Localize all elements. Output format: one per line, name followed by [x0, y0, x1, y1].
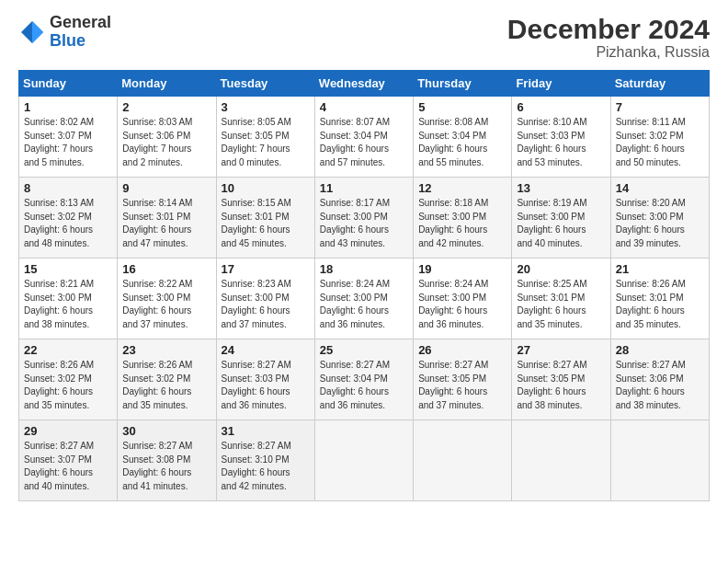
day-info: Sunrise: 8:03 AM Sunset: 3:06 PM Dayligh… [122, 116, 210, 169]
day-number: 20 [517, 262, 605, 276]
calendar-subtitle: Pizhanka, Russia [507, 44, 710, 61]
calendar-body: 1Sunrise: 8:02 AM Sunset: 3:07 PM Daylig… [19, 97, 710, 501]
day-info: Sunrise: 8:21 AM Sunset: 3:00 PM Dayligh… [24, 278, 112, 331]
day-info: Sunrise: 8:27 AM Sunset: 3:04 PM Dayligh… [320, 359, 408, 412]
day-cell: 23Sunrise: 8:26 AM Sunset: 3:02 PM Dayli… [118, 339, 216, 420]
day-cell: 3Sunrise: 8:05 AM Sunset: 3:05 PM Daylig… [216, 97, 314, 178]
day-info: Sunrise: 8:08 AM Sunset: 3:04 PM Dayligh… [418, 116, 506, 169]
page: General Blue December 2024 Pizhanka, Rus… [0, 0, 728, 563]
day-cell: 29Sunrise: 8:27 AM Sunset: 3:07 PM Dayli… [19, 420, 118, 501]
weekday-header-friday: Friday [512, 71, 610, 97]
day-number: 2 [122, 100, 210, 114]
day-info: Sunrise: 8:10 AM Sunset: 3:03 PM Dayligh… [517, 116, 605, 169]
week-row-5: 29Sunrise: 8:27 AM Sunset: 3:07 PM Dayli… [19, 420, 710, 501]
day-info: Sunrise: 8:26 AM Sunset: 3:01 PM Dayligh… [616, 278, 704, 331]
day-cell: 11Sunrise: 8:17 AM Sunset: 3:00 PM Dayli… [314, 178, 413, 259]
day-info: Sunrise: 8:02 AM Sunset: 3:07 PM Dayligh… [24, 116, 112, 169]
day-info: Sunrise: 8:07 AM Sunset: 3:04 PM Dayligh… [320, 116, 408, 169]
day-info: Sunrise: 8:27 AM Sunset: 3:05 PM Dayligh… [517, 359, 605, 412]
weekday-header-thursday: Thursday [414, 71, 512, 97]
day-info: Sunrise: 8:22 AM Sunset: 3:00 PM Dayligh… [122, 278, 210, 331]
weekday-header-row: SundayMondayTuesdayWednesdayThursdayFrid… [19, 71, 710, 97]
day-info: Sunrise: 8:20 AM Sunset: 3:00 PM Dayligh… [616, 197, 704, 250]
day-cell: 7Sunrise: 8:11 AM Sunset: 3:02 PM Daylig… [610, 97, 709, 178]
day-number: 9 [122, 181, 210, 195]
day-number: 25 [320, 343, 408, 357]
day-cell: 30Sunrise: 8:27 AM Sunset: 3:08 PM Dayli… [118, 420, 216, 501]
day-cell: 31Sunrise: 8:27 AM Sunset: 3:10 PM Dayli… [216, 420, 314, 501]
day-cell: 16Sunrise: 8:22 AM Sunset: 3:00 PM Dayli… [118, 259, 216, 339]
day-info: Sunrise: 8:19 AM Sunset: 3:00 PM Dayligh… [517, 197, 605, 250]
day-cell: 12Sunrise: 8:18 AM Sunset: 3:00 PM Dayli… [414, 178, 512, 259]
day-number: 24 [222, 343, 310, 357]
day-number: 22 [24, 343, 112, 357]
header: General Blue December 2024 Pizhanka, Rus… [18, 14, 710, 61]
day-number: 17 [222, 262, 310, 276]
day-cell [414, 420, 512, 501]
day-cell: 21Sunrise: 8:26 AM Sunset: 3:01 PM Dayli… [610, 259, 709, 339]
day-number: 15 [24, 262, 112, 276]
day-cell: 5Sunrise: 8:08 AM Sunset: 3:04 PM Daylig… [414, 97, 512, 178]
day-info: Sunrise: 8:27 AM Sunset: 3:08 PM Dayligh… [122, 440, 210, 493]
weekday-header-wednesday: Wednesday [314, 71, 413, 97]
logo-icon [18, 18, 46, 46]
svg-marker-1 [32, 21, 43, 43]
week-row-2: 8Sunrise: 8:13 AM Sunset: 3:02 PM Daylig… [19, 178, 710, 259]
day-number: 27 [517, 343, 605, 357]
weekday-header-monday: Monday [118, 71, 216, 97]
day-info: Sunrise: 8:23 AM Sunset: 3:00 PM Dayligh… [222, 278, 310, 331]
day-info: Sunrise: 8:27 AM Sunset: 3:10 PM Dayligh… [222, 440, 310, 493]
day-cell: 26Sunrise: 8:27 AM Sunset: 3:05 PM Dayli… [414, 339, 512, 420]
week-row-4: 22Sunrise: 8:26 AM Sunset: 3:02 PM Dayli… [19, 339, 710, 420]
day-cell: 10Sunrise: 8:15 AM Sunset: 3:01 PM Dayli… [216, 178, 314, 259]
day-number: 19 [418, 262, 506, 276]
day-info: Sunrise: 8:27 AM Sunset: 3:07 PM Dayligh… [24, 440, 112, 493]
day-info: Sunrise: 8:14 AM Sunset: 3:01 PM Dayligh… [122, 197, 210, 250]
day-number: 28 [616, 343, 704, 357]
title-block: December 2024 Pizhanka, Russia [507, 14, 710, 61]
day-cell: 4Sunrise: 8:07 AM Sunset: 3:04 PM Daylig… [314, 97, 413, 178]
calendar-title: December 2024 [507, 14, 710, 44]
day-cell: 22Sunrise: 8:26 AM Sunset: 3:02 PM Dayli… [19, 339, 118, 420]
weekday-header-tuesday: Tuesday [216, 71, 314, 97]
day-info: Sunrise: 8:24 AM Sunset: 3:00 PM Dayligh… [320, 278, 408, 331]
day-info: Sunrise: 8:24 AM Sunset: 3:00 PM Dayligh… [418, 278, 506, 331]
day-number: 30 [122, 424, 210, 438]
day-cell: 17Sunrise: 8:23 AM Sunset: 3:00 PM Dayli… [216, 259, 314, 339]
day-info: Sunrise: 8:05 AM Sunset: 3:05 PM Dayligh… [222, 116, 310, 169]
day-number: 1 [24, 100, 112, 114]
day-number: 6 [517, 100, 605, 114]
day-info: Sunrise: 8:27 AM Sunset: 3:05 PM Dayligh… [418, 359, 506, 412]
weekday-header-sunday: Sunday [19, 71, 118, 97]
day-cell: 24Sunrise: 8:27 AM Sunset: 3:03 PM Dayli… [216, 339, 314, 420]
week-row-3: 15Sunrise: 8:21 AM Sunset: 3:00 PM Dayli… [19, 259, 710, 339]
day-number: 8 [24, 181, 112, 195]
week-row-1: 1Sunrise: 8:02 AM Sunset: 3:07 PM Daylig… [19, 97, 710, 178]
day-number: 10 [222, 181, 310, 195]
day-number: 3 [222, 100, 310, 114]
day-number: 13 [517, 181, 605, 195]
day-cell [512, 420, 610, 501]
day-info: Sunrise: 8:27 AM Sunset: 3:06 PM Dayligh… [616, 359, 704, 412]
day-cell: 8Sunrise: 8:13 AM Sunset: 3:02 PM Daylig… [19, 178, 118, 259]
day-number: 29 [24, 424, 112, 438]
day-info: Sunrise: 8:26 AM Sunset: 3:02 PM Dayligh… [24, 359, 112, 412]
day-number: 14 [616, 181, 704, 195]
logo-text: General Blue [50, 14, 111, 51]
day-cell: 2Sunrise: 8:03 AM Sunset: 3:06 PM Daylig… [118, 97, 216, 178]
weekday-header-saturday: Saturday [610, 71, 709, 97]
day-cell: 25Sunrise: 8:27 AM Sunset: 3:04 PM Dayli… [314, 339, 413, 420]
day-number: 11 [320, 181, 408, 195]
day-info: Sunrise: 8:13 AM Sunset: 3:02 PM Dayligh… [24, 197, 112, 250]
day-number: 16 [122, 262, 210, 276]
day-number: 12 [418, 181, 506, 195]
day-cell: 13Sunrise: 8:19 AM Sunset: 3:00 PM Dayli… [512, 178, 610, 259]
day-number: 5 [418, 100, 506, 114]
day-info: Sunrise: 8:25 AM Sunset: 3:01 PM Dayligh… [517, 278, 605, 331]
day-cell: 15Sunrise: 8:21 AM Sunset: 3:00 PM Dayli… [19, 259, 118, 339]
day-number: 18 [320, 262, 408, 276]
day-cell: 27Sunrise: 8:27 AM Sunset: 3:05 PM Dayli… [512, 339, 610, 420]
day-number: 21 [616, 262, 704, 276]
day-cell: 14Sunrise: 8:20 AM Sunset: 3:00 PM Dayli… [610, 178, 709, 259]
day-cell: 18Sunrise: 8:24 AM Sunset: 3:00 PM Dayli… [314, 259, 413, 339]
